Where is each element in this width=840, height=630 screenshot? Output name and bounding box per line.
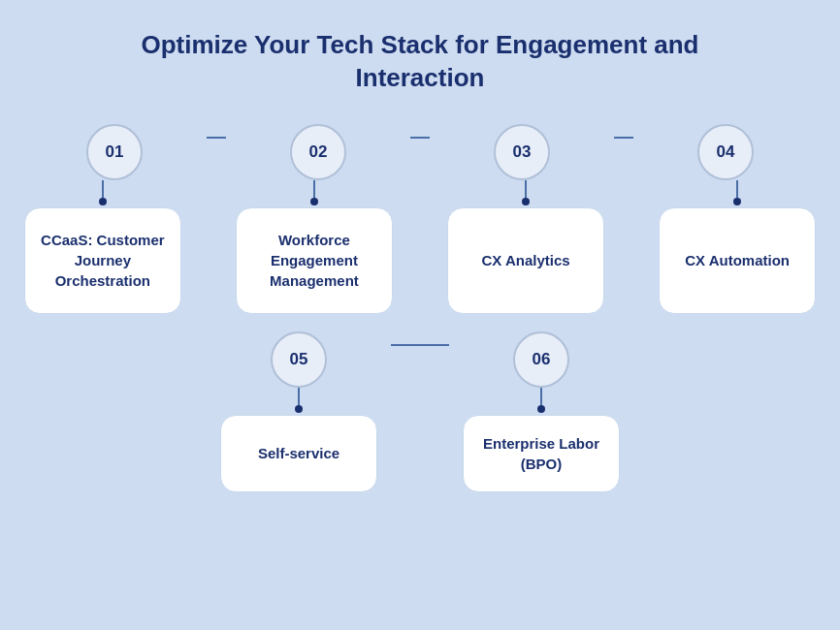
node-02-group: 02 <box>226 124 410 180</box>
card-05-col: Self-service <box>207 388 391 492</box>
node-02: 02 <box>290 124 346 180</box>
hline-05-06 <box>391 344 449 346</box>
node-01-group: 01 <box>22 124 207 180</box>
vline-05 <box>298 388 300 405</box>
node-04-group: 04 <box>633 124 818 180</box>
hline-02-03 <box>410 137 430 139</box>
card-02: Workforce Engagement Management <box>236 207 393 314</box>
card-03: CX Analytics <box>447 207 604 314</box>
dot-04 <box>733 198 741 205</box>
vline-03 <box>525 180 527 198</box>
dot-05 <box>295 405 303 413</box>
node-03: 03 <box>494 124 550 180</box>
vline-02 <box>313 180 315 198</box>
node-06: 06 <box>513 331 569 388</box>
node-01: 01 <box>86 124 143 180</box>
card-05: Self-service <box>220 415 377 492</box>
card-04: CX Automation <box>659 207 816 314</box>
node-05: 05 <box>271 331 327 388</box>
vline-04 <box>736 180 738 198</box>
diagram: 01 02 03 04 CCaaS: Customer Journey Orch… <box>19 124 821 492</box>
node-03-group: 03 <box>430 124 614 180</box>
card-01-col: CCaaS: Customer Journey Orchestration <box>22 180 183 314</box>
dot-01 <box>99 198 107 205</box>
card-04-col: CX Automation <box>657 180 818 314</box>
dot-02 <box>310 198 318 205</box>
dot-03 <box>522 198 530 205</box>
card-01: CCaaS: Customer Journey Orchestration <box>24 207 181 314</box>
bottom-cards-row: Self-service Enterprise Labor (BPO) <box>207 388 633 492</box>
card-06: Enterprise Labor (BPO) <box>463 415 620 492</box>
card-03-col: CX Analytics <box>445 180 606 314</box>
bottom-nodes-row: 05 06 <box>207 331 633 388</box>
hline-01-02 <box>207 137 226 139</box>
bottom-section: 05 06 Self-service <box>207 331 633 492</box>
card-02-col: Workforce Engagement Management <box>234 180 395 314</box>
top-nodes-row: 01 02 03 04 <box>22 124 818 180</box>
vline-01 <box>102 180 104 198</box>
card-06-col: Enterprise Labor (BPO) <box>449 388 633 492</box>
dot-06 <box>537 405 545 413</box>
hline-03-04 <box>614 137 633 139</box>
node-05-group: 05 <box>207 331 391 388</box>
top-cards-row: CCaaS: Customer Journey Orchestration Wo… <box>22 180 818 314</box>
page-title: Optimize Your Tech Stack for Engagement … <box>81 29 759 95</box>
node-06-group: 06 <box>449 331 633 388</box>
node-04: 04 <box>697 124 754 180</box>
vline-06 <box>540 388 542 405</box>
